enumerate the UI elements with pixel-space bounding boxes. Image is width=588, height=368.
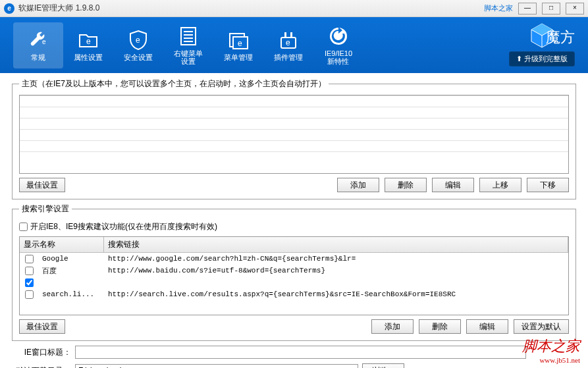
- tab-context-menu[interactable]: 右键菜单 设置: [163, 22, 213, 68]
- tab-menu[interactable]: e 菜单管理: [213, 22, 263, 68]
- tab-label: 安全设置: [124, 53, 153, 61]
- upgrade-label: 升级到完整版: [524, 54, 568, 64]
- titlebar-link[interactable]: 脚本之家: [484, 3, 513, 13]
- svg-text:e: e: [136, 36, 140, 45]
- row-url: http://www.google.com/search?hl=zh-CN&q=…: [104, 254, 568, 263]
- tab-label: 常规: [31, 53, 45, 61]
- table-row[interactable]: Google http://www.google.com/search?hl=z…: [20, 253, 568, 265]
- search-edit-button[interactable]: 编辑: [466, 319, 508, 334]
- row-checkbox[interactable]: [25, 290, 34, 299]
- homepage-add-button[interactable]: 添加: [337, 178, 379, 192]
- brand-area: 魔方 ⬆ 升级到完整版: [509, 22, 575, 66]
- watermark: 脚本之家 www.jb51.net: [522, 336, 580, 364]
- search-legend: 搜索引擎设置: [19, 203, 72, 215]
- refresh-icon: [328, 26, 349, 47]
- wrench-icon: e: [28, 30, 49, 51]
- svg-text:e: e: [42, 38, 46, 45]
- row-name: Google: [38, 254, 104, 263]
- row-name: search.li...: [38, 290, 104, 299]
- titlebar: e 软媒IE管理大师 1.9.8.0 脚本之家 — □ ×: [0, 0, 588, 17]
- tab-label: 菜单管理: [224, 53, 253, 61]
- plugin-icon: e: [278, 30, 299, 51]
- maximize-button[interactable]: □: [542, 3, 560, 14]
- homepage-legend: 主页（在IE7及以上版本中，您可以设置多个主页，在启动时，这多个主页会自动打开）: [19, 78, 329, 90]
- homepage-best-button[interactable]: 最佳设置: [19, 178, 65, 192]
- folder-icon: e: [78, 30, 99, 51]
- up-arrow-icon: ⬆: [516, 55, 522, 63]
- list-icon: [178, 26, 199, 47]
- row-checkbox[interactable]: [25, 255, 34, 263]
- watermark-title: 脚本之家: [522, 336, 580, 356]
- tab-label: IE9/IE10 新特性: [325, 49, 352, 65]
- svg-text:e: e: [86, 37, 91, 46]
- tab-label: 右键菜单 设置: [174, 49, 203, 65]
- watermark-url: www.jb51.net: [522, 356, 580, 364]
- row-name: [38, 282, 104, 283]
- table-row[interactable]: 百度 http://www.baidu.com/s?ie=utf-8&word=…: [20, 265, 568, 276]
- browse-button[interactable]: 浏览...: [362, 363, 404, 368]
- suggest-checkbox[interactable]: [19, 223, 28, 231]
- homepage-down-button[interactable]: 下移: [527, 178, 569, 192]
- tab-plugins[interactable]: e 插件管理: [263, 22, 313, 68]
- homepage-list[interactable]: [19, 95, 569, 174]
- col-url-header[interactable]: 搜索链接: [104, 237, 568, 252]
- brand-text: 魔方: [546, 28, 575, 47]
- row-url: http://search.live.com/results.aspx?q={s…: [104, 290, 568, 299]
- ie-title-label: IE窗口标题：: [12, 347, 71, 358]
- homepage-delete-button[interactable]: 删除: [385, 178, 427, 192]
- row-checkbox[interactable]: [25, 278, 34, 287]
- svg-rect-3: [181, 28, 196, 45]
- row-name: 百度: [38, 265, 104, 276]
- homepage-group: 主页（在IE7及以上版本中，您可以设置多个主页，在启动时，这多个主页会自动打开）…: [12, 78, 576, 199]
- svg-rect-12: [284, 32, 286, 38]
- tab-security[interactable]: e 安全设置: [113, 22, 163, 68]
- tab-label: 插件管理: [274, 53, 303, 61]
- search-add-button[interactable]: 添加: [371, 319, 414, 334]
- app-icon: e: [4, 3, 14, 14]
- homepage-edit-button[interactable]: 编辑: [432, 178, 474, 192]
- search-engine-group: 搜索引擎设置 开启IE8、IE9搜索建议功能(仅在使用百度搜索时有效) 显示名称…: [12, 203, 576, 341]
- tab-general[interactable]: e 常规: [13, 22, 63, 68]
- table-row[interactable]: [20, 276, 568, 288]
- homepage-up-button[interactable]: 上移: [479, 178, 521, 192]
- search-default-button[interactable]: 设置为默认: [514, 319, 569, 334]
- svg-text:e: e: [286, 38, 290, 47]
- svg-rect-13: [290, 32, 292, 38]
- ie-title-input[interactable]: [75, 346, 526, 359]
- row-url: [104, 282, 568, 283]
- suggest-label: 开启IE8、IE9搜索建议功能(仅在使用百度搜索时有效): [30, 221, 217, 232]
- row-url: http://www.baidu.com/s?ie=utf-8&word={se…: [104, 266, 568, 275]
- table-row[interactable]: search.li... http://search.live.com/resu…: [20, 288, 568, 300]
- search-list[interactable]: Google http://www.google.com/search?hl=z…: [20, 253, 568, 315]
- search-best-button[interactable]: 最佳设置: [19, 319, 65, 334]
- row-checkbox[interactable]: [25, 267, 34, 275]
- upgrade-button[interactable]: ⬆ 升级到完整版: [509, 51, 575, 66]
- download-dir-input[interactable]: [75, 364, 358, 368]
- menu-icon: e: [228, 30, 249, 51]
- close-button[interactable]: ×: [566, 3, 584, 14]
- tab-label: 属性设置: [74, 53, 103, 61]
- window-title: 软媒IE管理大师 1.9.8.0: [18, 3, 484, 14]
- download-dir-label: 默认下载目录：: [12, 365, 71, 369]
- search-table: 显示名称 搜索链接 Google http://www.google.com/s…: [19, 236, 569, 315]
- col-name-header[interactable]: 显示名称: [20, 237, 104, 252]
- search-delete-button[interactable]: 删除: [419, 319, 461, 334]
- tab-properties[interactable]: e 属性设置: [63, 22, 113, 68]
- tab-ie9-ie10[interactable]: IE9/IE10 新特性: [313, 22, 363, 68]
- minimize-button[interactable]: —: [518, 3, 537, 14]
- svg-text:e: e: [238, 39, 242, 48]
- shield-icon: e: [128, 30, 149, 51]
- toolbar: e 常规 e 属性设置 e 安全设置 右键菜单 设置 e 菜单管理 e 插件管理…: [0, 17, 588, 73]
